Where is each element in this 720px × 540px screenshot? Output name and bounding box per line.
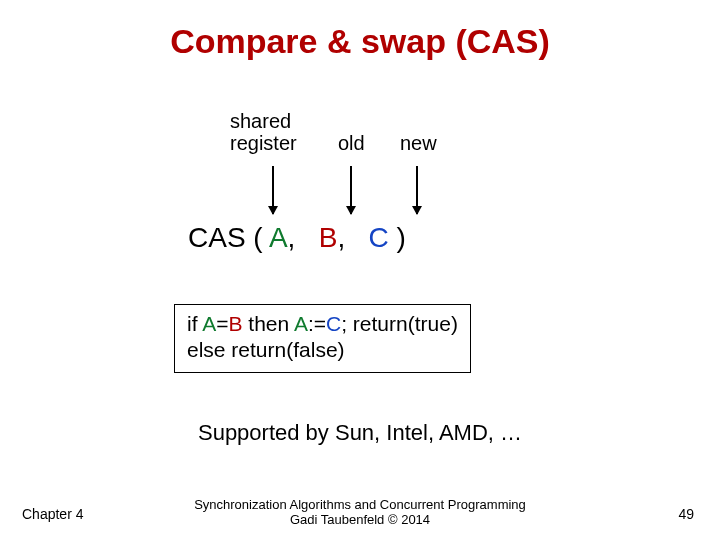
cas-sep: ,	[288, 222, 296, 253]
txt: if	[187, 312, 202, 335]
cas-expression: CAS ( A, B, C )	[188, 222, 406, 254]
cas-prefix: CAS (	[188, 222, 263, 253]
label-shared-register: shared register	[230, 110, 297, 154]
arrow-down-icon	[272, 166, 274, 214]
txt: ; return(true)	[341, 312, 458, 335]
footer-line: Synchronization Algorithms and Concurren…	[194, 497, 526, 512]
cas-arg-c: C	[369, 222, 389, 253]
var-c: C	[326, 312, 341, 335]
cas-sep: ,	[337, 222, 345, 253]
var-b: B	[228, 312, 242, 335]
arrow-down-icon	[416, 166, 418, 214]
slide-title: Compare & swap (CAS)	[0, 22, 720, 61]
pseudocode-line: if A=B then A:=C; return(true)	[187, 311, 458, 337]
arrow-down-icon	[350, 166, 352, 214]
supported-text: Supported by Sun, Intel, AMD, …	[0, 420, 720, 446]
var-a: A	[202, 312, 216, 335]
txt: =	[216, 312, 228, 335]
page-number: 49	[678, 506, 694, 522]
footer-line: Gadi Taubenfeld © 2014	[290, 512, 430, 527]
txt: then	[242, 312, 293, 335]
footer-attribution: Synchronization Algorithms and Concurren…	[0, 497, 720, 528]
var-a: A	[294, 312, 308, 335]
cas-arg-a: A	[269, 222, 288, 253]
label-old: old	[338, 132, 365, 155]
pseudocode-box: if A=B then A:=C; return(true) else retu…	[174, 304, 471, 373]
cas-suffix: )	[397, 222, 406, 253]
label-new: new	[400, 132, 437, 155]
txt: :=	[308, 312, 326, 335]
cas-arg-b: B	[319, 222, 338, 253]
pseudocode-line: else return(false)	[187, 337, 458, 363]
